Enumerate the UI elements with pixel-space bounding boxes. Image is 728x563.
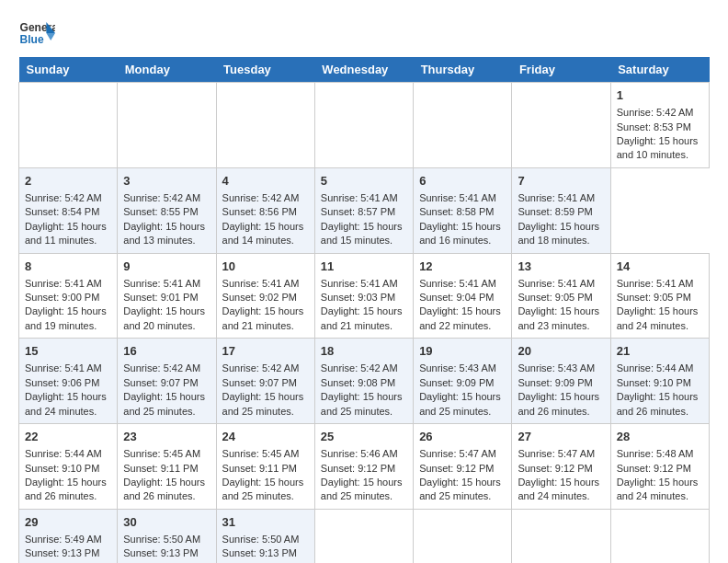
day-number: 12 xyxy=(419,259,506,275)
sunset-text: Sunset: 9:09 PM xyxy=(419,377,494,388)
daylight-text: Daylight: 15 hours and 13 minutes. xyxy=(123,221,205,246)
calendar-cell: 25Sunrise: 5:46 AMSunset: 9:12 PMDayligh… xyxy=(314,424,413,510)
daylight-text: Daylight: 15 hours and 26 minutes. xyxy=(123,477,205,501)
sunset-text: Sunset: 9:12 PM xyxy=(321,463,395,474)
calendar-cell: 12Sunrise: 5:41 AMSunset: 9:04 PMDayligh… xyxy=(414,253,512,339)
sunset-text: Sunset: 9:11 PM xyxy=(222,463,297,474)
daylight-text: Daylight: 15 hours and 24 minutes. xyxy=(617,305,699,330)
calendar-cell: 21Sunrise: 5:44 AMSunset: 9:10 PMDayligh… xyxy=(610,339,709,424)
daylight-text: Daylight: 15 hours and 22 minutes. xyxy=(419,305,501,330)
daylight-text: Daylight: 15 hours and 21 minutes. xyxy=(222,305,304,330)
day-number: 15 xyxy=(25,343,111,360)
daylight-text: Daylight: 15 hours and 24 minutes. xyxy=(25,391,107,416)
sunset-text: Sunset: 9:05 PM xyxy=(518,292,592,303)
sunset-text: Sunset: 8:56 PM xyxy=(222,206,297,217)
sunrise-text: Sunrise: 5:41 AM xyxy=(321,278,398,289)
day-number: 30 xyxy=(123,514,210,531)
daylight-text: Daylight: 15 hours and 24 minutes. xyxy=(518,477,599,501)
page-header: General Blue xyxy=(18,18,710,48)
daylight-text: Daylight: 15 hours and 25 minutes. xyxy=(123,391,205,416)
sunrise-text: Sunrise: 5:41 AM xyxy=(419,192,496,203)
calendar-cell: 28Sunrise: 5:48 AMSunset: 9:12 PMDayligh… xyxy=(610,424,709,510)
day-number: 19 xyxy=(419,343,506,360)
sunrise-text: Sunrise: 5:41 AM xyxy=(25,278,102,289)
sunrise-text: Sunrise: 5:41 AM xyxy=(617,278,694,289)
calendar-cell: 2Sunrise: 5:42 AMSunset: 8:54 PMDaylight… xyxy=(19,167,118,253)
calendar-cell: 23Sunrise: 5:45 AMSunset: 9:11 PMDayligh… xyxy=(118,424,216,510)
sunrise-text: Sunrise: 5:50 AM xyxy=(123,534,200,545)
svg-text:Blue: Blue xyxy=(20,33,44,46)
calendar-cell xyxy=(512,83,610,168)
daylight-text: Daylight: 15 hours and 26 minutes. xyxy=(518,391,599,416)
day-number: 10 xyxy=(222,259,309,275)
sunrise-text: Sunrise: 5:44 AM xyxy=(25,448,102,459)
calendar-cell xyxy=(19,83,118,168)
calendar-body: 1Sunrise: 5:42 AMSunset: 8:53 PMDaylight… xyxy=(19,83,710,564)
day-number: 31 xyxy=(222,514,309,531)
daylight-text: Daylight: 15 hours and 10 minutes. xyxy=(617,135,699,160)
calendar-cell: 13Sunrise: 5:41 AMSunset: 9:05 PMDayligh… xyxy=(512,253,610,339)
sunset-text: Sunset: 8:53 PM xyxy=(617,121,691,132)
sunset-text: Sunset: 8:57 PM xyxy=(321,206,395,217)
calendar-cell: 9Sunrise: 5:41 AMSunset: 9:01 PMDaylight… xyxy=(118,253,216,339)
day-number: 6 xyxy=(419,173,506,190)
sunrise-text: Sunrise: 5:42 AM xyxy=(617,107,694,118)
calendar-cell: 3Sunrise: 5:42 AMSunset: 8:55 PMDaylight… xyxy=(118,167,216,253)
sunset-text: Sunset: 8:54 PM xyxy=(25,206,99,217)
daylight-text: Daylight: 15 hours and 21 minutes. xyxy=(321,305,403,330)
sunrise-text: Sunrise: 5:42 AM xyxy=(321,362,398,373)
calendar-cell xyxy=(610,509,709,563)
calendar-cell: 7Sunrise: 5:41 AMSunset: 8:59 PMDaylight… xyxy=(512,167,610,253)
calendar-cell xyxy=(414,83,512,168)
sunrise-text: Sunrise: 5:44 AM xyxy=(617,362,694,373)
sunrise-text: Sunrise: 5:41 AM xyxy=(518,192,595,203)
day-header-monday: Monday xyxy=(118,57,216,83)
calendar-week-2: 2Sunrise: 5:42 AMSunset: 8:54 PMDaylight… xyxy=(19,167,710,253)
daylight-text: Daylight: 15 hours and 26 minutes. xyxy=(25,477,107,501)
sunrise-text: Sunrise: 5:46 AM xyxy=(321,448,398,459)
day-number: 13 xyxy=(518,259,604,275)
sunrise-text: Sunrise: 5:45 AM xyxy=(222,448,300,459)
calendar-cell: 6Sunrise: 5:41 AMSunset: 8:58 PMDaylight… xyxy=(414,167,512,253)
calendar-cell: 20Sunrise: 5:43 AMSunset: 9:09 PMDayligh… xyxy=(512,339,610,424)
day-header-tuesday: Tuesday xyxy=(216,57,314,83)
calendar-cell: 19Sunrise: 5:43 AMSunset: 9:09 PMDayligh… xyxy=(414,339,512,424)
daylight-text: Daylight: 15 hours and 18 minutes. xyxy=(518,221,599,246)
calendar-cell xyxy=(216,83,314,168)
calendar-week-1: 1Sunrise: 5:42 AMSunset: 8:53 PMDaylight… xyxy=(19,83,710,168)
calendar-week-3: 8Sunrise: 5:41 AMSunset: 9:00 PMDaylight… xyxy=(19,253,710,339)
sunrise-text: Sunrise: 5:45 AM xyxy=(123,448,200,459)
logo-icon: General Blue xyxy=(18,18,55,48)
day-number: 14 xyxy=(617,259,703,275)
calendar-cell xyxy=(314,83,413,168)
calendar-cell: 27Sunrise: 5:47 AMSunset: 9:12 PMDayligh… xyxy=(512,424,610,510)
calendar-header-row: SundayMondayTuesdayWednesdayThursdayFrid… xyxy=(19,57,710,83)
sunrise-text: Sunrise: 5:43 AM xyxy=(419,362,496,373)
day-number: 20 xyxy=(518,343,604,360)
sunrise-text: Sunrise: 5:41 AM xyxy=(419,278,496,289)
calendar-cell: 10Sunrise: 5:41 AMSunset: 9:02 PMDayligh… xyxy=(216,253,314,339)
sunrise-text: Sunrise: 5:48 AM xyxy=(617,448,694,459)
calendar-cell: 15Sunrise: 5:41 AMSunset: 9:06 PMDayligh… xyxy=(19,339,118,424)
day-header-saturday: Saturday xyxy=(610,57,709,83)
sunset-text: Sunset: 9:02 PM xyxy=(222,292,297,303)
calendar-cell: 18Sunrise: 5:42 AMSunset: 9:08 PMDayligh… xyxy=(314,339,413,424)
sunrise-text: Sunrise: 5:41 AM xyxy=(25,362,102,373)
calendar-week-6: 29Sunrise: 5:49 AMSunset: 9:13 PMDayligh… xyxy=(19,509,710,563)
calendar-cell: 29Sunrise: 5:49 AMSunset: 9:13 PMDayligh… xyxy=(19,509,118,563)
sunrise-text: Sunrise: 5:41 AM xyxy=(123,278,200,289)
daylight-text: Daylight: 15 hours and 25 minutes. xyxy=(222,391,304,416)
day-number: 4 xyxy=(222,173,309,190)
calendar-cell: 26Sunrise: 5:47 AMSunset: 9:12 PMDayligh… xyxy=(414,424,512,510)
sunrise-text: Sunrise: 5:42 AM xyxy=(222,192,300,203)
day-number: 1 xyxy=(617,87,703,104)
calendar-cell: 11Sunrise: 5:41 AMSunset: 9:03 PMDayligh… xyxy=(314,253,413,339)
sunset-text: Sunset: 9:07 PM xyxy=(123,377,198,388)
daylight-text: Daylight: 15 hours and 25 minutes. xyxy=(321,477,403,501)
calendar-cell: 31Sunrise: 5:50 AMSunset: 9:13 PMDayligh… xyxy=(216,509,314,563)
day-number: 21 xyxy=(617,343,703,360)
sunset-text: Sunset: 9:12 PM xyxy=(518,463,592,474)
day-number: 7 xyxy=(518,173,604,190)
sunset-text: Sunset: 9:10 PM xyxy=(25,463,99,474)
day-header-sunday: Sunday xyxy=(19,57,118,83)
